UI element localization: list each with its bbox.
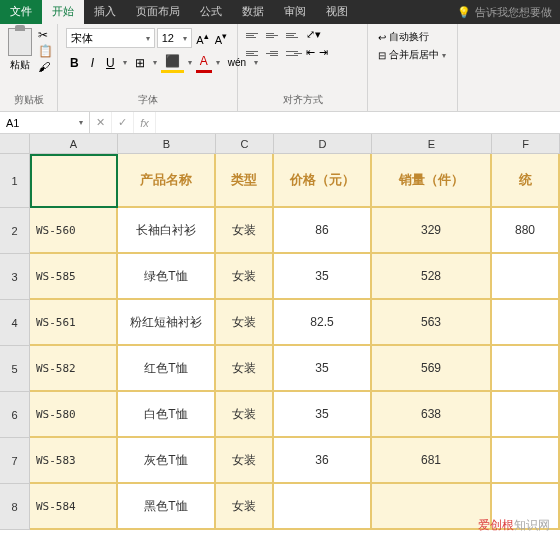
bold-button[interactable]: B (66, 54, 83, 72)
italic-button[interactable]: I (87, 54, 98, 72)
orientation-icon[interactable]: ⤢▾ (306, 28, 321, 42)
tab-file[interactable]: 文件 (0, 0, 42, 24)
copy-icon[interactable]: 📋 (38, 44, 53, 58)
col-header[interactable]: D (274, 134, 372, 154)
cut-icon[interactable]: ✂ (38, 28, 53, 42)
tell-me-search[interactable]: 💡 告诉我您想要做 (449, 0, 560, 24)
col-header[interactable]: A (30, 134, 118, 154)
cell[interactable]: 绿色T恤 (118, 254, 216, 300)
cell[interactable]: 569 (372, 346, 492, 392)
formula-input[interactable] (156, 112, 560, 133)
tab-review[interactable]: 审阅 (274, 0, 316, 24)
cell[interactable]: WS-561 (30, 300, 118, 346)
cell[interactable]: 产品名称 (118, 154, 216, 208)
align-bottom-icon[interactable] (286, 28, 302, 42)
align-top-icon[interactable] (246, 28, 262, 42)
cell[interactable]: WS-583 (30, 438, 118, 484)
row-header[interactable]: 1 (0, 154, 30, 208)
col-header[interactable]: E (372, 134, 492, 154)
cell[interactable]: 36 (274, 438, 372, 484)
row-header[interactable]: 6 (0, 392, 30, 438)
cell[interactable] (492, 254, 560, 300)
cell[interactable]: 黑色T恤 (118, 484, 216, 530)
row-header[interactable]: 2 (0, 208, 30, 254)
cell[interactable]: 价格（元） (274, 154, 372, 208)
cell[interactable]: 女装 (216, 392, 274, 438)
cell[interactable]: 女装 (216, 346, 274, 392)
cell[interactable]: WS-582 (30, 346, 118, 392)
row-header[interactable]: 8 (0, 484, 30, 530)
format-painter-icon[interactable]: 🖌 (38, 60, 53, 74)
cell[interactable] (30, 154, 118, 208)
cell[interactable]: 35 (274, 254, 372, 300)
font-color-button[interactable]: A (196, 52, 212, 73)
cell[interactable] (492, 346, 560, 392)
cancel-formula-button[interactable]: ✕ (90, 112, 112, 133)
cell[interactable]: 统 (492, 154, 560, 208)
cell[interactable]: WS-580 (30, 392, 118, 438)
tab-insert[interactable]: 插入 (84, 0, 126, 24)
font-name-select[interactable]: 宋体 ▾ (66, 28, 155, 48)
row-header[interactable]: 3 (0, 254, 30, 300)
cell[interactable]: 类型 (216, 154, 274, 208)
col-header[interactable]: C (216, 134, 274, 154)
tab-view[interactable]: 视图 (316, 0, 358, 24)
cell[interactable]: 329 (372, 208, 492, 254)
cell[interactable]: 粉红短袖衬衫 (118, 300, 216, 346)
cell[interactable] (492, 300, 560, 346)
cell[interactable] (492, 438, 560, 484)
col-header[interactable]: B (118, 134, 216, 154)
cell[interactable]: WS-584 (30, 484, 118, 530)
paste-button[interactable]: 粘贴 (8, 28, 32, 74)
align-center-icon[interactable] (266, 46, 282, 60)
cell[interactable]: 563 (372, 300, 492, 346)
cell[interactable]: 638 (372, 392, 492, 438)
cell[interactable]: 35 (274, 346, 372, 392)
cell[interactable]: 女装 (216, 438, 274, 484)
cell[interactable]: 女装 (216, 300, 274, 346)
tab-data[interactable]: 数据 (232, 0, 274, 24)
tab-home[interactable]: 开始 (42, 0, 84, 24)
align-middle-icon[interactable] (266, 28, 282, 42)
cell[interactable] (492, 392, 560, 438)
row-header[interactable]: 7 (0, 438, 30, 484)
cell[interactable]: 86 (274, 208, 372, 254)
align-right-icon[interactable] (286, 46, 302, 60)
cell[interactable] (274, 484, 372, 530)
cell[interactable]: 880 (492, 208, 560, 254)
decrease-indent-icon[interactable]: ⇤ (306, 46, 315, 60)
row-header[interactable]: 5 (0, 346, 30, 392)
tab-layout[interactable]: 页面布局 (126, 0, 190, 24)
cell[interactable]: 白色T恤 (118, 392, 216, 438)
cell[interactable]: 女装 (216, 254, 274, 300)
align-left-icon[interactable] (246, 46, 262, 60)
row-header[interactable]: 4 (0, 300, 30, 346)
cell[interactable] (372, 484, 492, 530)
cell[interactable]: 35 (274, 392, 372, 438)
fx-button[interactable]: fx (134, 112, 156, 133)
select-all-corner[interactable] (0, 134, 30, 154)
tab-formulas[interactable]: 公式 (190, 0, 232, 24)
cell[interactable]: 女装 (216, 208, 274, 254)
cell[interactable]: 528 (372, 254, 492, 300)
increase-font-icon[interactable]: A▴ (194, 30, 210, 46)
cell[interactable]: 82.5 (274, 300, 372, 346)
underline-button[interactable]: U (102, 54, 119, 72)
cell[interactable]: 红色T恤 (118, 346, 216, 392)
cell[interactable]: WS-560 (30, 208, 118, 254)
col-header[interactable]: F (492, 134, 560, 154)
cell[interactable]: 灰色T恤 (118, 438, 216, 484)
wrap-text-button[interactable]: ↩ 自动换行 (376, 28, 449, 46)
confirm-formula-button[interactable]: ✓ (112, 112, 134, 133)
increase-indent-icon[interactable]: ⇥ (319, 46, 328, 60)
cell[interactable]: 销量（件） (372, 154, 492, 208)
decrease-font-icon[interactable]: A▾ (213, 30, 229, 46)
border-button[interactable]: ⊞ (131, 54, 149, 72)
font-size-select[interactable]: 12 ▾ (157, 28, 193, 48)
cell[interactable]: WS-585 (30, 254, 118, 300)
cell[interactable]: 681 (372, 438, 492, 484)
name-box[interactable]: A1 ▾ (0, 112, 90, 133)
cell[interactable]: 长袖白衬衫 (118, 208, 216, 254)
cell[interactable]: 女装 (216, 484, 274, 530)
fill-color-button[interactable]: ⬛ (161, 52, 184, 73)
